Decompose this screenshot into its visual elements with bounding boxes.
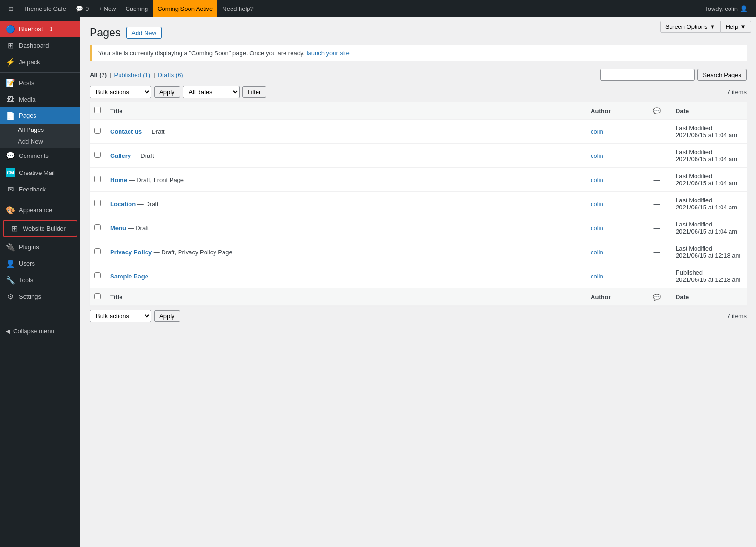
row-comment-cell: — [643, 144, 671, 168]
sidebar-item-settings[interactable]: ⚙ Settings [0, 288, 80, 305]
row-title-cell: Contact us — Draft [105, 120, 586, 144]
page-status: — Draft, Privacy Policy Page [154, 249, 232, 256]
row-checkbox[interactable] [94, 176, 101, 182]
howdy-label: Howdy, colin [703, 5, 738, 12]
date-value: 2021/06/15 at 1:04 am [676, 131, 737, 139]
header-checkbox-col [90, 102, 105, 120]
adminbar-comments[interactable]: 💬 0 [71, 0, 94, 17]
page-title-link[interactable]: Location [110, 200, 136, 208]
adminbar-need-help[interactable]: Need help? [217, 0, 258, 17]
row-checkbox[interactable] [94, 128, 101, 134]
author-link[interactable]: colin [591, 152, 603, 159]
search-pages-button[interactable]: Search Pages [697, 69, 747, 81]
select-all-checkbox[interactable] [94, 107, 101, 113]
submenu-add-new[interactable]: Add New [0, 136, 80, 148]
row-checkbox[interactable] [94, 272, 101, 278]
adminbar-site-name[interactable]: Themeisle Cafe [18, 0, 71, 17]
adminbar-caching[interactable]: Caching [121, 0, 153, 17]
dates-select[interactable]: All dates [183, 86, 240, 98]
apply-button[interactable]: Apply [154, 86, 180, 98]
appearance-icon: 🎨 [6, 206, 15, 215]
footer-comment-icon: 💬 [653, 294, 661, 301]
page-title-link[interactable]: Privacy Policy [110, 249, 152, 256]
adminbar-coming-soon[interactable]: Coming Soon Active [153, 0, 217, 17]
launch-site-link[interactable]: launch your site [307, 50, 350, 57]
row-checkbox[interactable] [94, 152, 101, 158]
footer-title-col[interactable]: Title [105, 288, 586, 306]
table-row: Sample Page colin — Published 2021/06/15… [90, 264, 747, 288]
footer-author-label: Author [591, 294, 611, 301]
row-checkbox-cell [90, 240, 105, 264]
footer-date-col[interactable]: Date [671, 288, 747, 306]
admin-bar: ⊞ Themeisle Cafe 💬 0 + New Caching Comin… [0, 0, 756, 17]
dashboard-icon: ⊞ [6, 41, 15, 50]
date-value: 2021/06/15 at 1:04 am [676, 204, 737, 211]
adminbar-howdy[interactable]: Howdy, colin 👤 [698, 0, 752, 17]
row-checkbox[interactable] [94, 248, 101, 254]
author-link[interactable]: colin [591, 176, 603, 183]
row-checkbox[interactable] [94, 224, 101, 230]
sidebar-item-users[interactable]: 👤 Users [0, 255, 80, 272]
screen-options-button[interactable]: Screen Options ▼ [660, 21, 721, 33]
sidebar-item-comments[interactable]: 💬 Comments [0, 148, 80, 164]
sidebar-item-dashboard[interactable]: ⊞ Dashboard [0, 37, 80, 54]
sidebar-item-feedback[interactable]: ✉ Feedback [0, 181, 80, 198]
author-link[interactable]: colin [591, 128, 603, 135]
row-author-cell: colin [586, 168, 643, 192]
row-checkbox[interactable] [94, 200, 101, 206]
author-link[interactable]: colin [591, 225, 603, 232]
row-title-cell: Gallery — Draft [105, 144, 586, 168]
table-row: Menu — Draft colin — Last Modified 2021/… [90, 216, 747, 240]
collapse-menu[interactable]: ◀ Collapse menu [0, 324, 80, 339]
coming-soon-notice: Your site is currently displaying a "Com… [90, 45, 747, 61]
add-new-button[interactable]: Add New [126, 27, 162, 39]
sidebar-item-label: Comments [19, 152, 49, 159]
adminbar-logo[interactable]: ⊞ [4, 0, 18, 17]
footer-select-all-checkbox[interactable] [94, 293, 101, 299]
filter-button[interactable]: Filter [242, 86, 266, 98]
sidebar-item-label: Website Builder [23, 225, 66, 232]
help-arrow: ▼ [740, 23, 746, 30]
page-title-link[interactable]: Menu [110, 225, 126, 232]
author-link[interactable]: colin [591, 273, 603, 280]
items-count-top: 7 items [727, 88, 747, 96]
help-label: Help [725, 23, 738, 30]
bottom-bulk-actions-select[interactable]: Bulk actions [90, 310, 151, 322]
bulk-actions-select[interactable]: Bulk actions [90, 86, 151, 98]
sidebar-item-label: Creative Mail [19, 169, 55, 176]
adminbar-new[interactable]: + New [94, 0, 120, 17]
sidebar-item-jetpack[interactable]: ⚡ Jetpack [0, 54, 80, 70]
page-title-link[interactable]: Gallery [110, 152, 131, 159]
wp-logo-icon: ⊞ [9, 5, 14, 12]
need-help-label: Need help? [222, 5, 254, 12]
sidebar-item-plugins[interactable]: 🔌 Plugins [0, 239, 80, 255]
pages-submenu: All Pages Add New [0, 124, 80, 148]
page-title-link[interactable]: Home [110, 176, 127, 183]
sidebar-item-pages[interactable]: 📄 Pages [0, 107, 80, 124]
sidebar-item-tools[interactable]: 🔧 Tools [0, 272, 80, 288]
row-comment-cell: — [643, 240, 671, 264]
collapse-icon: ◀ [6, 328, 10, 335]
search-input[interactable] [600, 69, 695, 81]
author-link[interactable]: colin [591, 249, 603, 256]
sidebar-item-posts[interactable]: 📝 Posts [0, 75, 80, 91]
author-col-label: Author [591, 107, 611, 114]
page-title-link[interactable]: Sample Page [110, 273, 148, 280]
filter-all[interactable]: All (7) [90, 71, 107, 78]
submenu-all-pages[interactable]: All Pages [0, 124, 80, 136]
sidebar-item-appearance[interactable]: 🎨 Appearance [0, 202, 80, 218]
sidebar-item-label: Tools [19, 277, 33, 284]
sidebar-item-media[interactable]: 🖼 Media [0, 91, 80, 107]
sidebar-item-creative-mail[interactable]: CM Creative Mail [0, 164, 80, 181]
help-button[interactable]: Help ▼ [721, 21, 751, 33]
filter-published[interactable]: Published (1) [114, 71, 151, 78]
author-link[interactable]: colin [591, 200, 603, 208]
page-title-link[interactable]: Contact us [110, 128, 142, 135]
sidebar-item-bluehost[interactable]: 🔵 Bluehost 1 [0, 21, 80, 37]
header-title-col[interactable]: Title [105, 102, 586, 120]
bottom-apply-button[interactable]: Apply [154, 310, 180, 322]
filter-drafts[interactable]: Drafts (6) [158, 71, 183, 78]
sidebar-item-website-builder[interactable]: ⊞ Website Builder [3, 220, 77, 237]
creative-mail-icon: CM [6, 168, 15, 177]
header-date-col[interactable]: Date [671, 102, 747, 120]
